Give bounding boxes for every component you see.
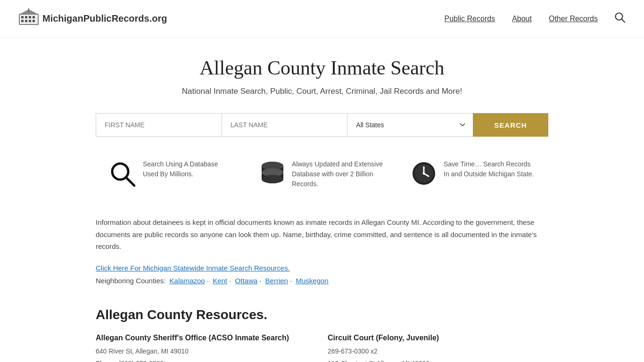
sheriffs-office-phone: Phone: (269) 673-0500 [96,358,316,362]
sheriffs-office-heading: Allegan County Sheriff's Office (ACSO In… [96,334,316,342]
search-large-icon [110,161,135,192]
circuit-court-address: 113 Chestnut St Allegan, MI 49010 [328,358,548,362]
search-form: All StatesAlabamaAlaskaArizonaArkansasCa… [96,113,548,137]
neighboring-label: Neighboring Counties: [96,277,165,285]
search-button[interactable]: SEARCH [473,113,548,137]
neighboring-counties: Neighboring Counties: Kalamazoo · Kent ·… [96,277,548,285]
last-name-input[interactable] [222,113,347,137]
first-name-input[interactable] [96,113,222,137]
county-muskegon[interactable]: Muskegon [296,277,328,285]
sheriffs-office-address: 640 River St, Allegan, MI 49010 [96,346,316,356]
county-berrien[interactable]: Berrien [265,277,288,285]
svg-rect-11 [28,8,29,10]
svg-rect-2 [25,16,27,18]
circuit-court-heading: Circuit Court (Felony, Juvenile) [328,334,548,342]
svg-rect-0 [19,14,38,25]
resource-circuit-court: Circuit Court (Felony, Juvenile) 269-673… [328,334,548,362]
site-header: MichiganPublicRecords.org Public Records… [0,0,644,38]
main-content: Allegan County Inmate Search National In… [86,38,558,362]
svg-rect-1 [21,16,24,18]
svg-point-22 [262,175,283,183]
page-title: Allegan County Inmate Search [96,57,548,79]
nav-about[interactable]: About [512,15,532,23]
svg-point-27 [423,173,425,175]
resource-sheriffs-office: Allegan County Sheriff's Office (ACSO In… [96,334,316,362]
svg-rect-5 [21,20,24,22]
main-nav: Public Records About Other Records [445,12,625,25]
logo-text: MichiganPublicRecords.org [42,13,167,24]
feature-search-text: Search Using A Database Used By Millions… [143,159,232,179]
feature-time: Save Time… Search Records In and Outside… [412,159,534,191]
resources-title: Allegan County Resources. [96,307,548,322]
logo-building-icon [19,8,39,29]
county-kalamazoo[interactable]: Kalamazoo [170,277,205,285]
feature-database-text: Always Updated and Extensive Database wi… [292,159,383,189]
feature-database: Always Updated and Extensive Database wi… [261,159,383,192]
clock-icon [412,161,436,191]
site-logo[interactable]: MichiganPublicRecords.org [19,8,167,29]
county-ottawa[interactable]: Ottawa [235,277,258,285]
database-icon [261,161,284,192]
resources-grid: Allegan County Sheriff's Office (ACSO In… [96,334,548,362]
nav-public-records[interactable]: Public Records [445,15,495,23]
circuit-court-phone: 269-673-0300 x2 [328,346,548,356]
nav-search-icon[interactable] [615,12,625,25]
feature-search: Search Using A Database Used By Millions… [110,159,232,192]
description-body: Information about detainees is kept in o… [96,216,548,253]
svg-rect-7 [29,20,31,22]
svg-rect-4 [33,16,35,18]
svg-line-13 [622,19,625,22]
svg-rect-3 [29,16,31,18]
svg-rect-8 [33,20,35,22]
svg-line-15 [126,178,134,186]
features-row: Search Using A Database Used By Millions… [96,159,548,192]
nav-other-records[interactable]: Other Records [549,15,598,23]
svg-rect-6 [25,20,27,22]
statewide-search-link[interactable]: Click Here For Michigan Statewide Inmate… [96,264,548,272]
feature-time-text: Save Time… Search Records In and Outside… [444,159,534,179]
county-kent[interactable]: Kent [213,277,227,285]
page-subtitle: National Inmate Search, Public, Court, A… [96,87,548,96]
state-select[interactable]: All StatesAlabamaAlaskaArizonaArkansasCa… [347,113,473,137]
